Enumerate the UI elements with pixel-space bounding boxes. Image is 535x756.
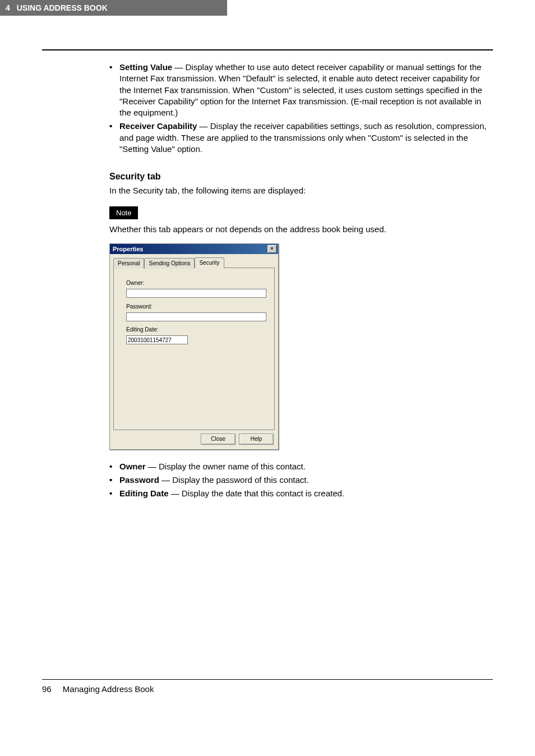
desc: — Display the owner name of this contact… (146, 462, 306, 471)
bullet-list-1: Setting Value — Display whether to use a… (109, 62, 487, 155)
tab-personal[interactable]: Personal (113, 258, 144, 269)
desc: — Display whether to use auto detect rec… (119, 62, 482, 117)
desc: — Display the date that this contact is … (169, 488, 345, 498)
dialog-titlebar: Properties × (110, 244, 278, 255)
editing-date-label: Editing Date: (126, 326, 266, 334)
chapter-number: 4 (6, 3, 10, 12)
note-label: Note (109, 206, 138, 220)
footer: 96 Managing Address Book (42, 684, 493, 694)
owner-label: Owner: (126, 279, 266, 287)
desc: — Display the password of this contact. (159, 475, 309, 485)
term: Receiver Capability (119, 121, 197, 131)
note-text: Whether this tab appears or not depends … (109, 224, 487, 235)
chapter-header: 4 USING ADDRESS BOOK (0, 0, 227, 16)
footer-title: Managing Address Book (63, 684, 154, 694)
help-button[interactable]: Help (239, 434, 274, 445)
term: Owner (119, 462, 146, 471)
password-label: Password: (126, 303, 266, 311)
close-icon[interactable]: × (268, 245, 276, 253)
chapter-title: USING ADDRESS BOOK (17, 3, 108, 12)
tab-security[interactable]: Security (195, 257, 224, 268)
page-number: 96 (42, 684, 52, 694)
bullet-item: Setting Value — Display whether to use a… (109, 62, 487, 118)
properties-dialog: Properties × Personal Sending Options Se… (109, 243, 279, 450)
editing-date-field[interactable] (126, 335, 188, 344)
bullet-item: Receiver Capability — Display the receiv… (109, 121, 487, 155)
tab-strip: Personal Sending Options Security (113, 257, 275, 268)
tab-sending-options[interactable]: Sending Options (144, 258, 195, 269)
close-button[interactable]: Close (201, 434, 236, 445)
footer-rule (42, 679, 493, 680)
bullet-list-2: Owner — Display the owner name of this c… (109, 461, 487, 500)
section-intro: In the Security tab, the following items… (109, 185, 487, 196)
bullet-item: Editing Date — Display the date that thi… (109, 488, 487, 499)
term: Editing Date (119, 488, 169, 498)
section-heading: Security tab (109, 170, 487, 183)
bullet-item: Password — Display the password of this … (109, 474, 487, 486)
term: Setting Value (119, 62, 172, 72)
bullet-item: Owner — Display the owner name of this c… (109, 461, 487, 472)
tab-panel-security: Owner: Password: Editing Date: (113, 268, 275, 430)
password-field[interactable] (126, 312, 266, 321)
dialog-title: Properties (113, 245, 143, 253)
term: Password (119, 475, 159, 485)
top-rule (42, 49, 493, 50)
owner-field[interactable] (126, 289, 266, 298)
